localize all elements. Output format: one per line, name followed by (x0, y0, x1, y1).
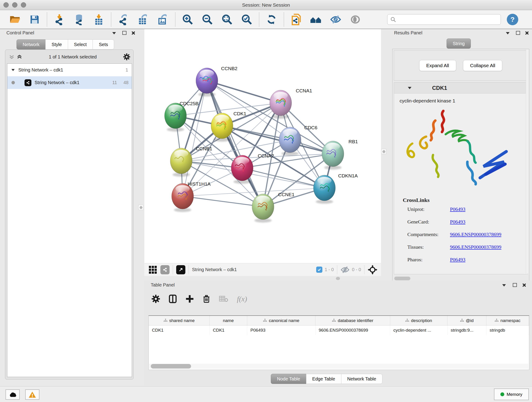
crosslink-value-link[interactable]: 9606.ENSP00000378699 (450, 244, 501, 250)
delete-column-button[interactable] (203, 294, 210, 303)
crosslink-value-link[interactable]: P06493 (450, 257, 465, 262)
grid-view-button[interactable] (148, 265, 157, 274)
expand-all-button[interactable]: Expand All (419, 60, 456, 71)
tab-network[interactable]: Network (17, 39, 46, 50)
gear-icon[interactable] (123, 53, 130, 60)
window-titlebar: Session: New Session (0, 0, 532, 10)
save-disk-icon (30, 14, 40, 25)
network-row-selected[interactable]: String Network – cdk1 11 48 (7, 76, 132, 89)
table-panel-menu-icon[interactable] (502, 284, 506, 287)
column-header-canonical-name[interactable]: canonical name (247, 316, 316, 325)
table-row[interactable]: CDK1CDK1P064939606.ENSP00000378699cyclin… (149, 325, 529, 335)
open-session-button[interactable] (5, 12, 25, 27)
section-collapse-icon[interactable] (408, 87, 412, 89)
table-cell[interactable]: CDK1 (149, 325, 210, 335)
column-header-namespac[interactable]: namespac (486, 316, 529, 325)
table-hscroll-track[interactable] (149, 364, 528, 369)
refresh-layout-button[interactable] (262, 12, 281, 27)
zoom-in-button[interactable] (178, 12, 197, 27)
crosslink-row: GeneCard:P06493 (407, 219, 465, 225)
collapse-all-button[interactable]: Collapse All (463, 60, 502, 71)
crosslink-value-link[interactable]: 9606.ENSP00000378699 (450, 231, 501, 237)
left-splitter-handle[interactable] (138, 205, 143, 210)
show-hidden-button[interactable] (346, 12, 365, 27)
table-cell[interactable]: stringdb:9... (447, 325, 486, 335)
results-panel-menu-icon[interactable] (506, 32, 510, 34)
delete-table-button[interactable] (219, 295, 228, 302)
column-header-@id[interactable]: @id (447, 316, 486, 325)
database-import-icon (74, 14, 85, 25)
tree-expand-icon[interactable] (12, 69, 15, 71)
column-header-database-identifier[interactable]: database identifier (316, 316, 390, 325)
results-panel-close-icon[interactable] (525, 31, 529, 35)
right-splitter-handle[interactable] (381, 149, 386, 154)
network-collection-row[interactable]: String Network – cdk1 1 (7, 64, 132, 76)
tab-edge-table[interactable]: Edge Table (306, 374, 341, 384)
export-image-button[interactable] (153, 12, 173, 27)
network-edge[interactable] (207, 81, 263, 207)
network-selector-header: 1 of 1 Network selected (22, 54, 123, 60)
column-header-shared-name[interactable]: shared name (149, 316, 210, 325)
selected-checkbox-icon[interactable] (316, 267, 322, 273)
table-settings-button[interactable] (152, 295, 160, 303)
network-edge[interactable] (183, 196, 263, 207)
results-panel-float-icon[interactable] (516, 31, 520, 35)
clone-network-button[interactable] (286, 12, 306, 27)
control-panel-float-icon[interactable] (122, 31, 127, 35)
import-table-button[interactable] (89, 12, 109, 27)
warning-button[interactable] (25, 389, 39, 400)
collapse-all-icon[interactable] (9, 54, 14, 60)
table-panel-close-icon[interactable] (522, 283, 526, 287)
table-cell[interactable]: cyclin-dependent ... (390, 325, 447, 335)
crosslink-value-link[interactable]: P06493 (450, 206, 465, 212)
table-hscroll-thumb[interactable] (151, 364, 191, 369)
table-cell[interactable]: CDK1 (210, 325, 247, 335)
fit-content-button[interactable] (368, 265, 377, 274)
import-network-button[interactable] (50, 12, 69, 27)
crosslink-label: Compartments: (407, 231, 450, 237)
gene-section-header[interactable]: CDK1 (394, 83, 527, 94)
birdseye-view-button[interactable] (176, 265, 185, 274)
export-network-button[interactable] (114, 12, 133, 27)
results-vscroll-track[interactable] (526, 50, 529, 274)
export-table-button[interactable] (133, 12, 153, 27)
tab-string[interactable]: String (447, 38, 471, 49)
zoom-selected-button[interactable] (237, 12, 257, 27)
expand-all-icon[interactable] (17, 54, 22, 60)
bottom-splitter-handle[interactable] (336, 277, 340, 280)
network-edge[interactable] (207, 81, 281, 103)
zoom-fit-button[interactable] (217, 12, 237, 27)
add-column-button[interactable] (186, 295, 194, 303)
control-panel-close-icon[interactable] (131, 31, 135, 35)
control-panel-menu-icon[interactable] (112, 32, 116, 34)
tab-sets[interactable]: Sets (93, 39, 114, 50)
memory-button[interactable]: Memory (494, 389, 529, 400)
tab-select[interactable]: Select (68, 39, 93, 50)
cloud-button[interactable] (6, 389, 20, 400)
crosslink-row: Uniprot:P06493 (407, 206, 465, 212)
network-edge[interactable] (183, 81, 207, 196)
column-header-name[interactable]: name (210, 316, 247, 325)
help-button[interactable]: ? (507, 14, 518, 25)
network-collection-count: 1 (126, 67, 128, 73)
tab-node-table[interactable]: Node Table (271, 374, 306, 384)
table-cell[interactable]: 9606.ENSP00000378699 (316, 325, 390, 335)
table-panel-float-icon[interactable] (513, 283, 517, 287)
table-cell[interactable]: stringdb (486, 325, 529, 335)
show-columns-button[interactable] (169, 294, 177, 303)
string-view-button[interactable] (160, 265, 170, 274)
save-session-button[interactable] (25, 12, 44, 27)
network-canvas[interactable]: CCNB2CCNA1CDC25BCDK1CDC6RB1CCNB1CCNA2CDK… (144, 29, 381, 263)
zoom-out-button[interactable] (197, 12, 217, 27)
tab-network-table[interactable]: Network Table (341, 374, 382, 384)
crosslink-value-link[interactable]: P06493 (450, 219, 465, 225)
results-hscroll-thumb[interactable] (394, 277, 410, 280)
column-header-description[interactable]: description (390, 316, 447, 325)
hide-selected-button[interactable] (326, 12, 346, 27)
tab-style[interactable]: Style (45, 39, 68, 50)
search-input[interactable] (396, 17, 495, 22)
table-cell[interactable]: P06493 (247, 325, 316, 335)
function-builder-button[interactable]: f(x) (237, 295, 247, 303)
home-networks-button[interactable] (306, 12, 326, 27)
import-network-from-database-button[interactable] (69, 12, 89, 27)
